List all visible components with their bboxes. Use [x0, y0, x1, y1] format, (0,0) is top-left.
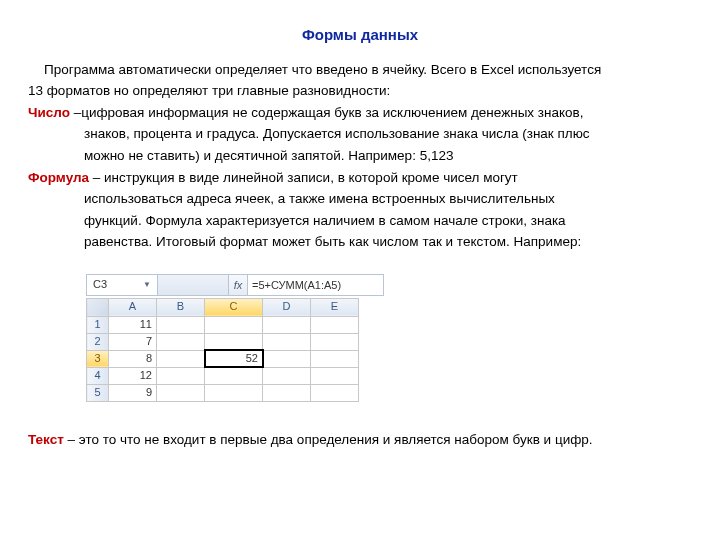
term-text: Текст [28, 432, 64, 447]
number-text-1: –цифровая информация не содержащая букв … [70, 105, 584, 120]
intro-line-1: Программа автоматически определяет что в… [28, 60, 692, 80]
cell-e3[interactable] [311, 350, 359, 367]
cell-a3[interactable]: 8 [109, 350, 157, 367]
formula-input[interactable]: =5+СУММ(A1:A5) [248, 275, 383, 295]
cell-e5[interactable] [311, 384, 359, 401]
cell-d5[interactable] [263, 384, 311, 401]
number-def-line-3: можно не ставить) и десятичной запятой. … [28, 146, 692, 166]
formula-def-line-2: использоваться адреса ячеек, а также име… [28, 189, 692, 209]
cell-e4[interactable] [311, 367, 359, 384]
col-header-a[interactable]: A [109, 298, 157, 316]
row-header-2[interactable]: 2 [87, 333, 109, 350]
number-def-line-1: Число –цифровая информация не содержащая… [28, 103, 692, 123]
fx-icon[interactable]: fx [229, 275, 248, 295]
page-title: Формы данных [28, 24, 692, 46]
formula-bar: C3 ▼ fx =5+СУММ(A1:A5) [86, 274, 384, 296]
number-def-line-2: знаков, процента и градуса. Допускается … [28, 124, 692, 144]
formula-bar-gap [158, 275, 229, 295]
cell-a5[interactable]: 9 [109, 384, 157, 401]
spreadsheet-grid: A B C D E 1 11 2 7 3 8 52 [86, 298, 359, 402]
term-number: Число [28, 105, 70, 120]
cell-c5[interactable] [205, 384, 263, 401]
cell-c4[interactable] [205, 367, 263, 384]
row-header-5[interactable]: 5 [87, 384, 109, 401]
cell-b4[interactable] [157, 367, 205, 384]
cell-a4[interactable]: 12 [109, 367, 157, 384]
formula-text-1: – инструкция в виде линейной записи, в к… [89, 170, 518, 185]
row-header-1[interactable]: 1 [87, 316, 109, 333]
cell-c2[interactable] [205, 333, 263, 350]
select-all-corner[interactable] [87, 298, 109, 316]
cell-b2[interactable] [157, 333, 205, 350]
row-header-4[interactable]: 4 [87, 367, 109, 384]
cell-b1[interactable] [157, 316, 205, 333]
cell-d1[interactable] [263, 316, 311, 333]
cell-a2[interactable]: 7 [109, 333, 157, 350]
cell-d4[interactable] [263, 367, 311, 384]
cell-e1[interactable] [311, 316, 359, 333]
cell-e2[interactable] [311, 333, 359, 350]
text-def-line-1: Текст – это то что не входит в первые дв… [28, 430, 692, 450]
text-text-1: – это то что не входит в первые два опре… [64, 432, 593, 447]
cell-b3[interactable] [157, 350, 205, 367]
row-header-3[interactable]: 3 [87, 350, 109, 367]
col-header-b[interactable]: B [157, 298, 205, 316]
col-header-c[interactable]: C [205, 298, 263, 316]
cell-b5[interactable] [157, 384, 205, 401]
name-box-value: C3 [93, 277, 107, 293]
intro-line-2: 13 форматов но определяют три главные ра… [28, 81, 692, 101]
excel-screenshot: C3 ▼ fx =5+СУММ(A1:A5) A B C D E 1 11 2 … [86, 274, 692, 402]
cell-c1[interactable] [205, 316, 263, 333]
name-box[interactable]: C3 ▼ [87, 275, 158, 295]
term-formula: Формула [28, 170, 89, 185]
dropdown-icon[interactable]: ▼ [143, 279, 151, 291]
formula-def-line-4: равенства. Итоговый формат может быть ка… [28, 232, 692, 252]
cell-d3[interactable] [263, 350, 311, 367]
cell-d2[interactable] [263, 333, 311, 350]
cell-c3[interactable]: 52 [205, 350, 263, 367]
col-header-d[interactable]: D [263, 298, 311, 316]
cell-a1[interactable]: 11 [109, 316, 157, 333]
formula-def-line-1: Формула – инструкция в виде линейной зап… [28, 168, 692, 188]
formula-def-line-3: функций. Формула характеризуется наличие… [28, 211, 692, 231]
col-header-e[interactable]: E [311, 298, 359, 316]
